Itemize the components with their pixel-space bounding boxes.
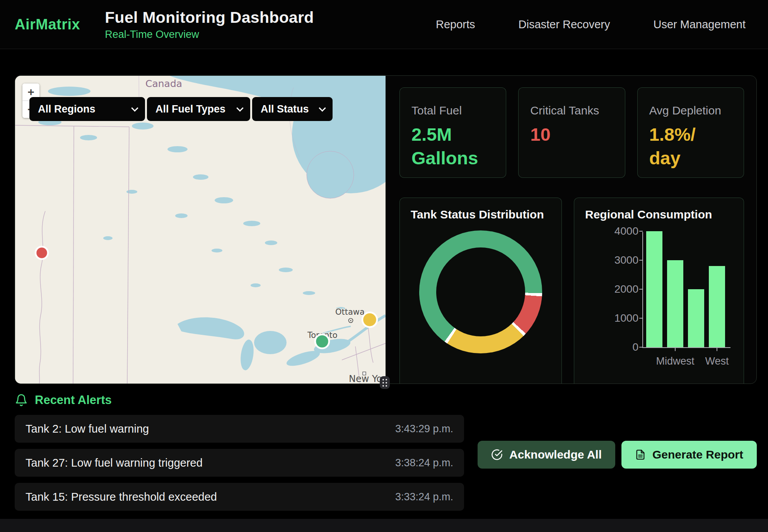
bar-chart-title: Regional Consumption [585, 208, 733, 221]
alerts-header: Recent Alerts [15, 393, 757, 407]
bell-icon [15, 394, 28, 407]
tank-status-card: Tank Status Distribution [399, 198, 562, 384]
alert-time: 3:43:29 p.m. [395, 423, 453, 435]
map-water-james-bay [307, 151, 354, 198]
main-nav: Reports Disaster Recovery User Managemen… [436, 18, 756, 31]
fuel-map[interactable]: Canada Ottawa Toronto New York + − [15, 76, 386, 384]
acknowledge-all-label: Acknowledge All [509, 448, 602, 461]
tank-marker-optimal[interactable] [315, 334, 329, 348]
regional-consumption-card: Regional Consumption 01000200030004000Mi… [574, 198, 744, 384]
y-axis-tick-label: 4000 [600, 226, 638, 237]
check-circle-icon [491, 449, 503, 460]
charts-row: Tank Status Distribution Regional Consum… [399, 198, 744, 384]
stat-card-critical-tanks: Critical Tanks 10 [518, 87, 625, 178]
alert-row: Tank 27: Low fuel warning triggered 3:38… [15, 449, 464, 477]
stat-value: 1.8%/ day [649, 123, 732, 170]
donut-wrap [411, 230, 551, 353]
map-canvas[interactable]: Canada Ottawa Toronto New York [15, 76, 386, 384]
acknowledge-all-button[interactable]: Acknowledge All [478, 441, 615, 469]
status-dropdown-value: All Status [261, 103, 309, 115]
page-subtitle: Real-Time Overview [105, 29, 314, 41]
donut-hole [436, 247, 525, 336]
map-label-canada: Canada [145, 78, 182, 89]
generate-report-label: Generate Report [652, 448, 743, 461]
map-filter-bar: All Regions All Fuel Types All Status [29, 97, 333, 121]
stat-label: Avg Depletion [649, 104, 732, 117]
y-axis-tick-label: 1000 [600, 313, 638, 324]
regional-consumption-bar-chart: 01000200030004000MidwestWest [642, 232, 730, 348]
footer-strip [0, 519, 768, 532]
consumption-bar [646, 231, 662, 347]
y-axis-tick-label: 3000 [600, 255, 638, 266]
page-title: Fuel Monitoring Dashboard [105, 9, 314, 27]
tank-marker-warning[interactable] [362, 312, 377, 327]
title-block: Fuel Monitoring Dashboard Real-Time Over… [105, 9, 314, 41]
alerts-list: Tank 2: Low fuel warning 3:43:29 p.m. Ta… [15, 415, 464, 511]
alert-message: Tank 27: Low fuel warning triggered [26, 457, 203, 469]
alerts-section: Recent Alerts Tank 2: Low fuel warning 3… [15, 393, 757, 511]
brand-logo: AirMatrix [15, 16, 80, 33]
regions-dropdown-value: All Regions [38, 103, 96, 115]
regions-dropdown[interactable]: All Regions [29, 97, 145, 121]
fuel-types-dropdown-value: All Fuel Types [155, 103, 225, 115]
chevron-down-icon [236, 104, 243, 111]
tank-marker-critical[interactable] [36, 247, 48, 259]
alert-row: Tank 2: Low fuel warning 3:43:29 p.m. [15, 415, 464, 443]
stat-value: 10 [530, 123, 613, 146]
stats-row: Total Fuel 2.5M Gallons Critical Tanks 1… [399, 87, 744, 178]
drag-handle[interactable] [380, 376, 390, 389]
nav-reports[interactable]: Reports [436, 18, 475, 31]
status-dropdown[interactable]: All Status [252, 97, 333, 121]
chevron-down-icon [131, 104, 138, 111]
file-text-icon [635, 449, 646, 460]
y-axis-tick-label: 2000 [600, 284, 638, 295]
x-axis-tick-label: Midwest [656, 355, 694, 367]
stat-label: Total Fuel [411, 104, 494, 117]
map-label-ottawa: Ottawa [335, 307, 365, 317]
fuel-types-dropdown[interactable]: All Fuel Types [147, 97, 250, 121]
generate-report-button[interactable]: Generate Report [621, 441, 757, 469]
alert-row: Tank 15: Pressure threshold exceeded 3:3… [15, 483, 464, 511]
stat-card-total-fuel: Total Fuel 2.5M Gallons [399, 87, 506, 178]
tank-status-donut [419, 230, 542, 353]
y-axis-tick-label: 0 [600, 342, 638, 353]
alert-message: Tank 15: Pressure threshold exceeded [26, 491, 217, 503]
consumption-bar [688, 289, 704, 347]
stat-card-avg-depletion: Avg Depletion 1.8%/ day [637, 87, 744, 178]
chevron-down-icon [319, 104, 326, 111]
nav-disaster-recovery[interactable]: Disaster Recovery [519, 18, 610, 31]
dashboard-page: AirMatrix Fuel Monitoring Dashboard Real… [0, 0, 768, 532]
x-axis-tick-label: West [705, 355, 729, 367]
alert-time: 3:38:24 p.m. [395, 457, 453, 469]
alerts-title: Recent Alerts [35, 393, 112, 407]
consumption-bar [667, 260, 683, 347]
stat-label: Critical Tanks [530, 104, 613, 117]
stat-value: 2.5M Gallons [411, 123, 494, 170]
nav-user-management[interactable]: User Management [653, 18, 746, 31]
alert-message: Tank 2: Low fuel warning [26, 423, 149, 435]
alert-time: 3:33:24 p.m. [395, 491, 453, 503]
app-header: AirMatrix Fuel Monitoring Dashboard Real… [0, 0, 768, 49]
consumption-bar [709, 266, 725, 347]
main-content: Canada Ottawa Toronto New York + − [15, 75, 757, 384]
donut-chart-title: Tank Status Distribution [411, 208, 551, 221]
metrics-panel: Total Fuel 2.5M Gallons Critical Tanks 1… [386, 76, 756, 384]
